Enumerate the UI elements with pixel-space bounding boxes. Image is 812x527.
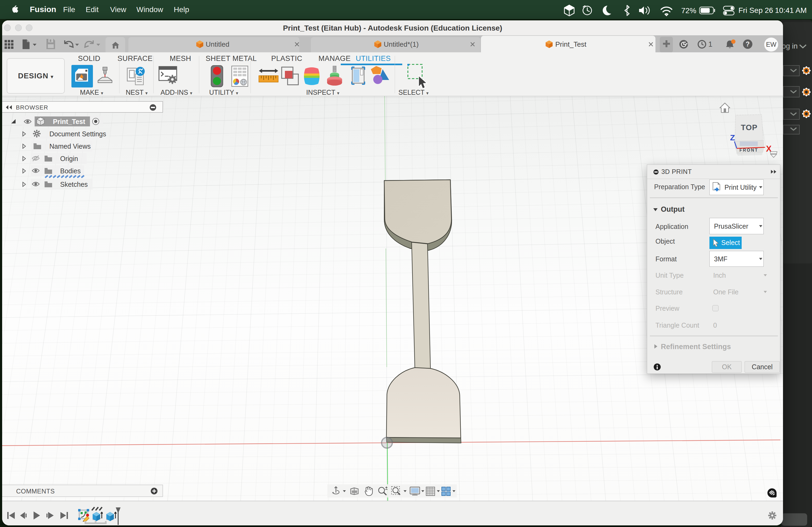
svg-text:10:41 AM: 10:41 AM	[775, 6, 807, 15]
svg-text:Fri Sep 26: Fri Sep 26	[738, 6, 773, 15]
svg-text:?: ?	[746, 40, 750, 48]
svg-text:72%: 72%	[681, 6, 696, 15]
svg-text:X: X	[766, 144, 772, 153]
svg-text:TOP: TOP	[741, 123, 757, 132]
svg-text:Z: Z	[730, 133, 735, 142]
